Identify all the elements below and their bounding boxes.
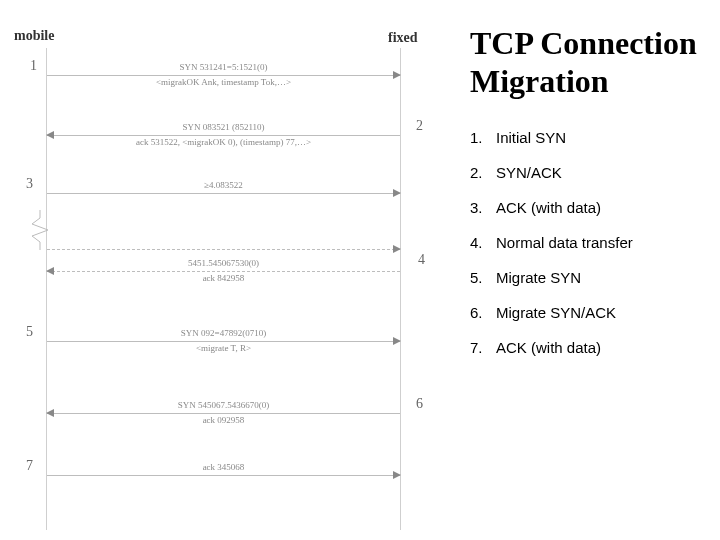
msg-6-bot: ack 092958 [203, 416, 245, 426]
step-number: 5. [470, 269, 496, 286]
list-item: 3. ACK (with data) [470, 199, 708, 216]
msg-1-bot: <migrakOK Ank, timestamp Tok,…> [156, 78, 291, 88]
list-item: 6. Migrate SYN/ACK [470, 304, 708, 321]
step-text: Normal data transfer [496, 234, 633, 251]
msg-2: SYN 083521 (852110) ack 531522, <migrakO… [47, 122, 400, 148]
step-list: 1. Initial SYN 2. SYN/ACK 3. ACK (with d… [470, 129, 708, 356]
step-number: 1. [470, 129, 496, 146]
msg-3-top: ≥4.083522 [204, 181, 243, 191]
page-title: TCP Connection Migration [470, 24, 708, 101]
msg-6: SYN 545067.5436670(0) ack 092958 [47, 400, 400, 426]
msg-2-top: SYN 083521 (852110) [182, 123, 264, 133]
lifeline-label-mobile: mobile [14, 28, 54, 44]
msg-1-top: SYN 531241=5:1521(0) [180, 63, 268, 73]
step-text: Migrate SYN [496, 269, 581, 286]
step-text: ACK (with data) [496, 199, 601, 216]
step-text: Migrate SYN/ACK [496, 304, 616, 321]
step-num-3: 3 [26, 176, 33, 192]
msg-5: SYN 092=47892(0710) <migrate T, R> [47, 328, 400, 354]
step-num-5: 5 [26, 324, 33, 340]
msg-5-top: SYN 092=47892(0710) [181, 329, 266, 339]
msg-6-top: SYN 545067.5436670(0) [178, 401, 270, 411]
lifeline-label-fixed: fixed [388, 30, 418, 46]
step-num-4: 4 [418, 252, 425, 268]
list-item: 2. SYN/ACK [470, 164, 708, 181]
step-number: 7. [470, 339, 496, 356]
step-num-1: 1 [30, 58, 37, 74]
step-num-7: 7 [26, 458, 33, 474]
lifeline-fixed [400, 48, 401, 530]
list-item: 4. Normal data transfer [470, 234, 708, 251]
slide-root: mobile fixed 1 SYN 531241=5:1521(0) <mig… [0, 0, 720, 540]
step-text: SYN/ACK [496, 164, 562, 181]
step-number: 3. [470, 199, 496, 216]
msg-5-bot: <migrate T, R> [196, 344, 251, 354]
step-number: 4. [470, 234, 496, 251]
step-num-6: 6 [416, 396, 423, 412]
step-number: 2. [470, 164, 496, 181]
step-text: ACK (with data) [496, 339, 601, 356]
sequence-diagram: mobile fixed 1 SYN 531241=5:1521(0) <mig… [0, 0, 452, 540]
lifeline-mobile [46, 48, 47, 530]
msg-1: SYN 531241=5:1521(0) <migrakOK Ank, time… [47, 62, 400, 88]
msg-3: ≥4.083522 [47, 180, 400, 206]
step-text: Initial SYN [496, 129, 566, 146]
step-number: 6. [470, 304, 496, 321]
text-pane: TCP Connection Migration 1. Initial SYN … [452, 0, 720, 540]
msg-2-bot: ack 531522, <migrakOK 0), (timestamp) 77… [136, 138, 311, 148]
msg-7-top: ack 345068 [203, 463, 245, 473]
list-item: 1. Initial SYN [470, 129, 708, 146]
list-item: 5. Migrate SYN [470, 269, 708, 286]
msg-7: ack 345068 [47, 462, 400, 488]
msg-4b: 5451.545067530(0) ack 842958 [47, 258, 400, 284]
list-item: 7. ACK (with data) [470, 339, 708, 356]
msg-4-bot: ack 842958 [203, 274, 245, 284]
step-num-2: 2 [416, 118, 423, 134]
msg-4-top: 5451.545067530(0) [188, 259, 259, 269]
